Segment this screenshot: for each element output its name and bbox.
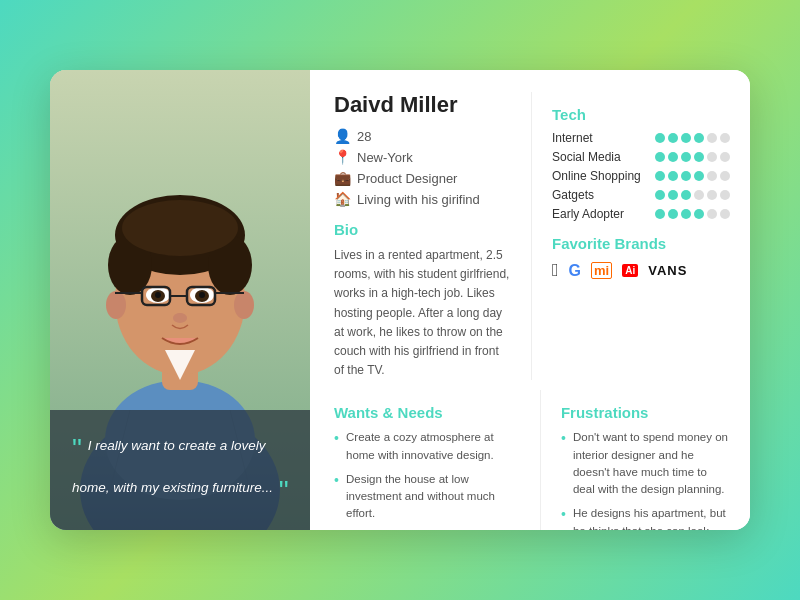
frustrations-title: Frustrations bbox=[561, 404, 730, 421]
location-icon: 📍 bbox=[334, 149, 350, 165]
living-value: Living with his girifind bbox=[357, 192, 480, 207]
location-value: New-York bbox=[357, 150, 413, 165]
dot bbox=[655, 209, 665, 219]
dot bbox=[694, 152, 704, 162]
info-right-col: Tech InternetSocial MediaOnline Shopping… bbox=[531, 92, 730, 380]
info-bottom: Wants & Needs Create a cozy atmosphere a… bbox=[334, 390, 730, 530]
quote-text: I really want to create a lovely home, w… bbox=[72, 438, 273, 495]
svg-point-9 bbox=[106, 291, 126, 319]
quote-overlay: " I really want to create a lovely home,… bbox=[50, 410, 310, 530]
dot bbox=[694, 133, 704, 143]
tech-row: Social Media bbox=[552, 150, 730, 164]
tech-label: Internet bbox=[552, 131, 647, 145]
role-value: Product Designer bbox=[357, 171, 457, 186]
dot bbox=[681, 133, 691, 143]
bio-title: Bio bbox=[334, 221, 511, 238]
dot bbox=[655, 190, 665, 200]
dot bbox=[668, 190, 678, 200]
profile-card: " I really want to create a lovely home,… bbox=[50, 70, 750, 530]
tech-dots bbox=[655, 133, 730, 143]
brand-adobe-icon: Ai bbox=[622, 264, 638, 277]
list-item: Don't want to spend money on interior de… bbox=[561, 429, 730, 498]
dot bbox=[668, 152, 678, 162]
role-item: 💼 Product Designer bbox=[334, 170, 511, 186]
tech-title: Tech bbox=[552, 106, 730, 123]
list-item: Create a cozy atmosphere at home with in… bbox=[334, 429, 520, 464]
tech-dots bbox=[655, 209, 730, 219]
svg-point-10 bbox=[234, 291, 254, 319]
dot bbox=[655, 171, 665, 181]
dot bbox=[668, 171, 678, 181]
tech-row: Internet bbox=[552, 131, 730, 145]
wants-list: Create a cozy atmosphere at home with in… bbox=[334, 429, 520, 522]
tech-label: Gatgets bbox=[552, 188, 647, 202]
age-value: 28 bbox=[357, 129, 371, 144]
tech-label: Online Shopping bbox=[552, 169, 647, 183]
svg-point-8 bbox=[122, 200, 238, 256]
brands-row:  G mi Ai VANS bbox=[552, 260, 730, 281]
dot bbox=[668, 133, 678, 143]
briefcase-icon: 💼 bbox=[334, 170, 350, 186]
bio-text: Lives in a rented apartment, 2.5 rooms, … bbox=[334, 246, 511, 380]
tech-label: Social Media bbox=[552, 150, 647, 164]
wants-section: Wants & Needs Create a cozy atmosphere a… bbox=[334, 390, 520, 530]
list-item: Design the house at low investment and w… bbox=[334, 471, 520, 523]
brand-mi-icon: mi bbox=[591, 262, 612, 279]
dot bbox=[720, 209, 730, 219]
location-item: 📍 New-York bbox=[334, 149, 511, 165]
dot bbox=[681, 152, 691, 162]
dot bbox=[707, 171, 717, 181]
tech-row: Gatgets bbox=[552, 188, 730, 202]
dot bbox=[694, 171, 704, 181]
dot bbox=[681, 190, 691, 200]
list-item: He designs his apartment, but he thinks … bbox=[561, 505, 730, 530]
home-icon: 🏠 bbox=[334, 191, 350, 207]
dot bbox=[694, 190, 704, 200]
brands-title: Favorite Brands bbox=[552, 235, 730, 252]
dot bbox=[707, 190, 717, 200]
dot bbox=[694, 209, 704, 219]
tech-dots bbox=[655, 152, 730, 162]
brand-vans-icon: VANS bbox=[648, 263, 687, 278]
tech-section: InternetSocial MediaOnline ShoppingGatge… bbox=[552, 131, 730, 221]
tech-rows: InternetSocial MediaOnline ShoppingGatge… bbox=[552, 131, 730, 221]
dot bbox=[707, 133, 717, 143]
tech-dots bbox=[655, 190, 730, 200]
dot bbox=[681, 209, 691, 219]
info-top: Daivd Miller 👤 28 📍 New-York 💼 Product D… bbox=[334, 92, 730, 380]
living-item: 🏠 Living with his girifind bbox=[334, 191, 511, 207]
info-left-col: Daivd Miller 👤 28 📍 New-York 💼 Product D… bbox=[334, 92, 511, 380]
frustrations-section: Frustrations Don't want to spend money o… bbox=[540, 390, 730, 530]
svg-point-16 bbox=[199, 292, 205, 298]
dot bbox=[668, 209, 678, 219]
close-quote-icon: " bbox=[279, 475, 289, 506]
dot bbox=[655, 133, 665, 143]
dot bbox=[707, 209, 717, 219]
dot bbox=[720, 171, 730, 181]
person-name: Daivd Miller bbox=[334, 92, 511, 118]
dot bbox=[707, 152, 717, 162]
brand-google-icon: G bbox=[569, 262, 581, 280]
svg-point-15 bbox=[155, 292, 161, 298]
photo-section: " I really want to create a lovely home,… bbox=[50, 70, 310, 530]
open-quote-icon: " bbox=[72, 433, 82, 464]
dot bbox=[720, 190, 730, 200]
tech-dots bbox=[655, 171, 730, 181]
age-item: 👤 28 bbox=[334, 128, 511, 144]
info-section: Daivd Miller 👤 28 📍 New-York 💼 Product D… bbox=[310, 70, 750, 530]
tech-row: Online Shopping bbox=[552, 169, 730, 183]
dot bbox=[655, 152, 665, 162]
svg-point-22 bbox=[173, 313, 187, 323]
tech-row: Early Adopter bbox=[552, 207, 730, 221]
brand-apple-icon:  bbox=[552, 260, 559, 281]
wants-title: Wants & Needs bbox=[334, 404, 520, 421]
frustrations-list: Don't want to spend money on interior de… bbox=[561, 429, 730, 530]
dot bbox=[720, 133, 730, 143]
dot bbox=[720, 152, 730, 162]
dot bbox=[681, 171, 691, 181]
person-icon: 👤 bbox=[334, 128, 350, 144]
tech-label: Early Adopter bbox=[552, 207, 647, 221]
